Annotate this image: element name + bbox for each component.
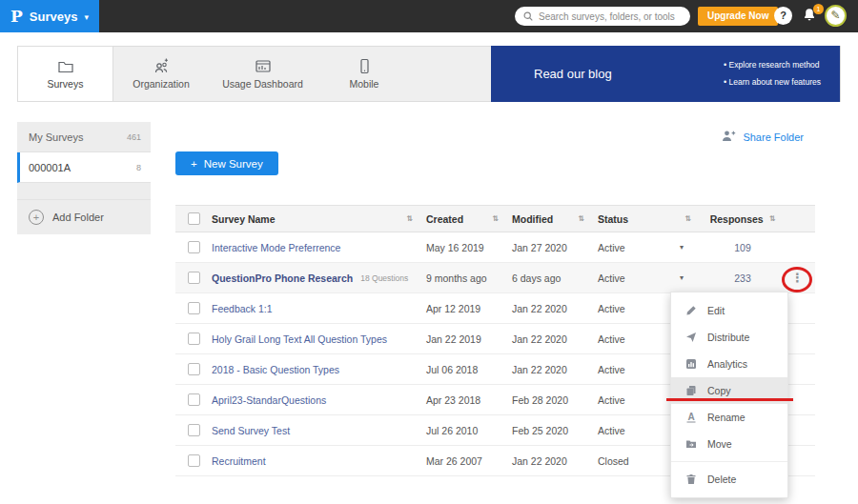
row-checkbox[interactable] — [188, 241, 200, 253]
sort-icon[interactable]: ⇅ — [406, 214, 413, 223]
menu-item-move[interactable]: Move — [671, 431, 787, 457]
header-survey-name[interactable]: Survey Name — [212, 213, 276, 225]
annotation-underline — [666, 398, 793, 401]
row-checkbox[interactable] — [188, 393, 200, 406]
add-folder-button[interactable]: + Add Folder — [17, 200, 151, 234]
blog-banner[interactable]: Read our blog Explore research method Le… — [491, 46, 840, 102]
created-cell: Apr 23 2018 — [426, 394, 512, 406]
folder-count: 461 — [127, 132, 141, 142]
tab-mobile[interactable]: Mobile — [317, 47, 412, 101]
tab-organization[interactable]: Organization — [113, 47, 209, 101]
search-icon — [523, 8, 533, 25]
questionpro-logo: P — [10, 7, 23, 26]
header-status[interactable]: Status — [598, 213, 628, 225]
status-dropdown-caret[interactable]: ▾ — [680, 273, 684, 282]
pencil-icon — [685, 305, 697, 316]
modified-cell: Feb 28 2020 — [512, 394, 598, 406]
new-survey-label: New Survey — [204, 158, 263, 170]
pencil-icon: ✎ — [830, 9, 840, 22]
tab-label: Surveys — [48, 78, 84, 90]
annotation-circle — [782, 267, 812, 292]
menu-item-analytics[interactable]: Analytics — [671, 351, 787, 377]
menu-item-label: Move — [707, 438, 732, 450]
select-all-checkbox[interactable] — [188, 212, 200, 225]
created-cell: Jul 06 2018 — [426, 364, 512, 375]
notifications-button[interactable]: 1 — [803, 8, 818, 25]
survey-name-link[interactable]: Recruitment — [212, 455, 266, 467]
feedback-button[interactable]: ✎ — [825, 5, 847, 27]
status-value: Closed — [598, 455, 629, 467]
survey-name-link[interactable]: Send Survey Test — [212, 425, 290, 436]
global-search[interactable] — [515, 7, 690, 26]
rename-icon: A — [685, 412, 697, 423]
row-checkbox[interactable] — [188, 302, 200, 314]
sort-icon[interactable]: ⇅ — [492, 214, 499, 223]
survey-name-link[interactable]: Holy Grail Long Text All Question Types — [212, 333, 387, 345]
upgrade-now-button[interactable]: Upgrade Now — [698, 7, 778, 26]
menu-item-label: Rename — [707, 412, 746, 423]
modified-cell: 6 days ago — [512, 272, 598, 284]
header-modified[interactable]: Modified — [512, 213, 553, 225]
status-value: Active — [598, 394, 625, 406]
survey-name-link[interactable]: Feedback 1:1 — [212, 303, 273, 314]
status-value: Active — [598, 242, 625, 253]
mobile-icon — [356, 58, 373, 74]
sort-icon[interactable]: ⇅ — [684, 214, 691, 223]
status-dropdown-caret[interactable]: ▾ — [680, 243, 684, 252]
product-name: Surveys — [30, 10, 78, 24]
header-responses[interactable]: Responses — [710, 213, 764, 225]
row-checkbox[interactable] — [188, 454, 200, 467]
folder-label: My Surveys — [29, 131, 83, 143]
help-button[interactable]: ? — [774, 7, 792, 25]
survey-name-link[interactable]: QuestionPro Phone Research — [212, 272, 353, 284]
tab-label: Mobile — [350, 78, 379, 90]
dashboard-icon — [255, 58, 272, 74]
menu-item-rename[interactable]: A Rename — [671, 404, 787, 431]
new-survey-button[interactable]: + New Survey — [175, 151, 278, 175]
sort-icon[interactable]: ⇅ — [769, 214, 776, 223]
responses-count[interactable]: 109 — [734, 242, 751, 253]
row-checkbox[interactable] — [188, 424, 200, 436]
modified-cell: Jan 27 2020 — [512, 242, 598, 253]
send-icon — [685, 332, 697, 343]
modified-cell: Jan 22 2020 — [512, 303, 598, 314]
created-cell: Jan 22 2019 — [426, 333, 512, 345]
menu-divider — [671, 461, 787, 462]
tab-usage-dashboard[interactable]: Usage Dashboard — [209, 47, 317, 101]
svg-text:A: A — [687, 412, 694, 422]
sidebar-item-000001A[interactable]: 000001A 8 — [17, 152, 151, 183]
sidebar-spacer — [17, 183, 151, 200]
status-value: Active — [598, 303, 625, 314]
app-switcher[interactable]: P Surveys ▾ — [0, 0, 99, 32]
sort-icon[interactable]: ⇅ — [578, 214, 584, 223]
survey-name-link[interactable]: 2018 - Basic Question Types — [212, 364, 339, 375]
share-folder-label: Share Folder — [743, 131, 804, 143]
tab-surveys[interactable]: Surveys — [18, 47, 113, 101]
share-folder-button[interactable]: Share Folder — [722, 130, 804, 144]
search-input[interactable] — [539, 11, 682, 22]
modified-cell: Feb 25 2020 — [512, 425, 598, 436]
row-actions-menu: Edit Distribute Analytics Copy A Rename — [670, 292, 788, 498]
menu-item-label: Distribute — [707, 332, 749, 343]
survey-name-link[interactable]: Interactive Mode Preferrence — [212, 242, 340, 253]
survey-name-link[interactable]: April23-StandarQuestions — [212, 394, 326, 406]
row-checkbox[interactable] — [188, 333, 200, 345]
row-checkbox[interactable] — [188, 363, 200, 375]
share-person-icon — [722, 130, 736, 144]
responses-count[interactable]: 233 — [734, 272, 751, 284]
question-count-badge: 18 Questions — [360, 273, 408, 283]
status-value: Active — [598, 425, 625, 436]
sidebar-item-my-surveys[interactable]: My Surveys 461 — [17, 122, 151, 152]
header-created[interactable]: Created — [426, 213, 463, 225]
row-checkbox[interactable] — [188, 272, 200, 284]
menu-item-distribute[interactable]: Distribute — [671, 324, 787, 351]
folders-sidebar: My Surveys 461 000001A 8 + Add Folder — [17, 122, 151, 234]
page: P Surveys ▾ Upgrade Now ? 1 ✎ Survey — [0, 0, 858, 504]
notification-badge: 1 — [813, 4, 824, 14]
modified-cell: Jan 22 2020 — [512, 333, 598, 345]
menu-item-edit[interactable]: Edit — [671, 297, 787, 324]
menu-item-delete[interactable]: Delete — [671, 466, 787, 493]
status-value: Active — [598, 364, 625, 375]
tab-label: Usage Dashboard — [222, 78, 303, 90]
plus-icon: + — [191, 158, 197, 170]
